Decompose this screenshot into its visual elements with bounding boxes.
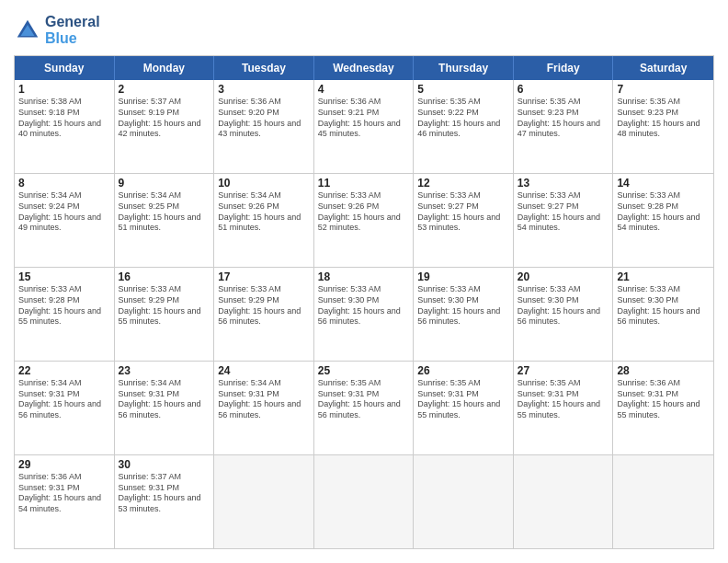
- calendar-header: SundayMondayTuesdayWednesdayThursdayFrid…: [15, 56, 713, 80]
- logo-text: General Blue: [45, 14, 100, 46]
- cell-info: Sunrise: 5:38 AMSunset: 9:18 PMDaylight:…: [18, 97, 110, 140]
- calendar-cell: 22Sunrise: 5:34 AMSunset: 9:31 PMDayligh…: [15, 362, 115, 454]
- calendar-cell: 27Sunrise: 5:35 AMSunset: 9:31 PMDayligh…: [514, 362, 614, 454]
- calendar-cell: 4Sunrise: 5:36 AMSunset: 9:21 PMDaylight…: [314, 80, 415, 173]
- cell-info: Sunrise: 5:36 AMSunset: 9:31 PMDaylight:…: [18, 472, 110, 515]
- cell-info: Sunrise: 5:34 AMSunset: 9:26 PMDaylight:…: [218, 190, 310, 234]
- logo-icon: [14, 17, 41, 44]
- cell-date: 18: [318, 270, 410, 283]
- calendar-cell: 6Sunrise: 5:35 AMSunset: 9:23 PMDaylight…: [514, 80, 614, 173]
- cell-info: Sunrise: 5:33 AMSunset: 9:30 PMDaylight:…: [617, 284, 710, 327]
- cell-info: Sunrise: 5:33 AMSunset: 9:30 PMDaylight:…: [318, 284, 410, 327]
- cell-info: Sunrise: 5:36 AMSunset: 9:21 PMDaylight:…: [318, 97, 410, 140]
- cell-date: 4: [318, 83, 410, 96]
- calendar-cell: 13Sunrise: 5:33 AMSunset: 9:27 PMDayligh…: [514, 174, 614, 267]
- cell-date: 8: [18, 177, 110, 190]
- cell-date: 20: [518, 270, 609, 283]
- cell-date: 30: [119, 458, 210, 471]
- cell-info: Sunrise: 5:34 AMSunset: 9:24 PMDaylight:…: [18, 190, 110, 234]
- cell-date: 7: [617, 83, 710, 96]
- calendar-row-4: 22Sunrise: 5:34 AMSunset: 9:31 PMDayligh…: [15, 362, 713, 455]
- day-header-thursday: Thursday: [414, 56, 514, 80]
- calendar-cell: 28Sunrise: 5:36 AMSunset: 9:31 PMDayligh…: [613, 362, 713, 454]
- cell-info: Sunrise: 5:34 AMSunset: 9:31 PMDaylight:…: [218, 378, 310, 421]
- calendar-cell: 24Sunrise: 5:34 AMSunset: 9:31 PMDayligh…: [214, 362, 314, 454]
- cell-info: Sunrise: 5:36 AMSunset: 9:31 PMDaylight:…: [617, 378, 710, 421]
- cell-info: Sunrise: 5:35 AMSunset: 9:31 PMDaylight:…: [518, 378, 609, 421]
- cell-info: Sunrise: 5:33 AMSunset: 9:28 PMDaylight:…: [18, 284, 110, 327]
- cell-info: Sunrise: 5:35 AMSunset: 9:23 PMDaylight:…: [518, 97, 609, 140]
- calendar-cell: 7Sunrise: 5:35 AMSunset: 9:23 PMDaylight…: [613, 80, 713, 173]
- cell-date: 28: [617, 364, 710, 377]
- calendar-cell: 16Sunrise: 5:33 AMSunset: 9:29 PMDayligh…: [115, 268, 215, 361]
- calendar-cell: 3Sunrise: 5:36 AMSunset: 9:20 PMDaylight…: [214, 80, 314, 173]
- cell-date: 23: [119, 364, 210, 377]
- cell-info: Sunrise: 5:37 AMSunset: 9:19 PMDaylight:…: [119, 97, 210, 140]
- calendar-cell: 19Sunrise: 5:33 AMSunset: 9:30 PMDayligh…: [414, 268, 514, 361]
- calendar-body: 1Sunrise: 5:38 AMSunset: 9:18 PMDaylight…: [15, 80, 713, 548]
- cell-date: 24: [218, 364, 310, 377]
- calendar-row-5: 29Sunrise: 5:36 AMSunset: 9:31 PMDayligh…: [15, 455, 713, 548]
- cell-info: Sunrise: 5:35 AMSunset: 9:22 PMDaylight:…: [417, 97, 509, 140]
- cell-date: 11: [318, 177, 410, 190]
- day-header-wednesday: Wednesday: [314, 56, 415, 80]
- cell-info: Sunrise: 5:33 AMSunset: 9:29 PMDaylight:…: [218, 284, 310, 327]
- calendar-row-3: 15Sunrise: 5:33 AMSunset: 9:28 PMDayligh…: [15, 268, 713, 362]
- cell-date: 6: [518, 83, 609, 96]
- cell-date: 12: [417, 177, 509, 190]
- cell-info: Sunrise: 5:34 AMSunset: 9:31 PMDaylight:…: [119, 378, 210, 421]
- calendar-cell: [514, 455, 614, 548]
- calendar-cell: 25Sunrise: 5:35 AMSunset: 9:31 PMDayligh…: [314, 362, 415, 454]
- cell-date: 13: [518, 177, 609, 190]
- cell-info: Sunrise: 5:35 AMSunset: 9:31 PMDaylight:…: [318, 378, 410, 421]
- calendar: SundayMondayTuesdayWednesdayThursdayFrid…: [14, 55, 714, 549]
- day-header-tuesday: Tuesday: [214, 56, 314, 80]
- calendar-cell: 2Sunrise: 5:37 AMSunset: 9:19 PMDaylight…: [115, 80, 215, 173]
- day-header-saturday: Saturday: [613, 56, 713, 80]
- cell-info: Sunrise: 5:34 AMSunset: 9:25 PMDaylight:…: [119, 190, 210, 234]
- cell-info: Sunrise: 5:35 AMSunset: 9:31 PMDaylight:…: [417, 378, 509, 421]
- cell-date: 14: [617, 177, 710, 190]
- page-container: General Blue SundayMondayTuesdayWednesda…: [0, 0, 728, 563]
- calendar-cell: 5Sunrise: 5:35 AMSunset: 9:22 PMDaylight…: [414, 80, 514, 173]
- calendar-cell: 10Sunrise: 5:34 AMSunset: 9:26 PMDayligh…: [214, 174, 314, 267]
- calendar-cell: 26Sunrise: 5:35 AMSunset: 9:31 PMDayligh…: [414, 362, 514, 454]
- cell-info: Sunrise: 5:33 AMSunset: 9:27 PMDaylight:…: [417, 190, 509, 234]
- cell-date: 25: [318, 364, 410, 377]
- calendar-cell: 15Sunrise: 5:33 AMSunset: 9:28 PMDayligh…: [15, 268, 115, 361]
- calendar-cell: 29Sunrise: 5:36 AMSunset: 9:31 PMDayligh…: [15, 455, 115, 548]
- calendar-cell: 30Sunrise: 5:37 AMSunset: 9:31 PMDayligh…: [115, 455, 215, 548]
- cell-date: 5: [417, 83, 509, 96]
- cell-date: 9: [119, 177, 210, 190]
- cell-date: 29: [18, 458, 110, 471]
- calendar-cell: 20Sunrise: 5:33 AMSunset: 9:30 PMDayligh…: [514, 268, 614, 361]
- calendar-cell: 1Sunrise: 5:38 AMSunset: 9:18 PMDaylight…: [15, 80, 115, 173]
- cell-date: 26: [417, 364, 509, 377]
- day-header-monday: Monday: [115, 56, 215, 80]
- logo: General Blue: [14, 14, 100, 46]
- cell-date: 19: [417, 270, 509, 283]
- calendar-cell: 23Sunrise: 5:34 AMSunset: 9:31 PMDayligh…: [115, 362, 215, 454]
- cell-date: 27: [518, 364, 609, 377]
- cell-info: Sunrise: 5:33 AMSunset: 9:26 PMDaylight:…: [318, 190, 410, 234]
- calendar-cell: [314, 455, 415, 548]
- cell-date: 2: [119, 83, 210, 96]
- calendar-cell: [214, 455, 314, 548]
- cell-info: Sunrise: 5:33 AMSunset: 9:29 PMDaylight:…: [119, 284, 210, 327]
- cell-info: Sunrise: 5:33 AMSunset: 9:30 PMDaylight:…: [417, 284, 509, 327]
- calendar-cell: 17Sunrise: 5:33 AMSunset: 9:29 PMDayligh…: [214, 268, 314, 361]
- calendar-cell: 11Sunrise: 5:33 AMSunset: 9:26 PMDayligh…: [314, 174, 415, 267]
- calendar-row-1: 1Sunrise: 5:38 AMSunset: 9:18 PMDaylight…: [15, 80, 713, 174]
- day-header-sunday: Sunday: [15, 56, 115, 80]
- page-header: General Blue: [14, 14, 714, 46]
- cell-date: 21: [617, 270, 710, 283]
- calendar-cell: [613, 455, 713, 548]
- cell-info: Sunrise: 5:35 AMSunset: 9:23 PMDaylight:…: [617, 97, 710, 140]
- cell-date: 16: [119, 270, 210, 283]
- cell-date: 10: [218, 177, 310, 190]
- cell-info: Sunrise: 5:36 AMSunset: 9:20 PMDaylight:…: [218, 97, 310, 140]
- calendar-row-2: 8Sunrise: 5:34 AMSunset: 9:24 PMDaylight…: [15, 174, 713, 268]
- cell-date: 1: [18, 83, 110, 96]
- cell-info: Sunrise: 5:37 AMSunset: 9:31 PMDaylight:…: [119, 472, 210, 515]
- cell-date: 3: [218, 83, 310, 96]
